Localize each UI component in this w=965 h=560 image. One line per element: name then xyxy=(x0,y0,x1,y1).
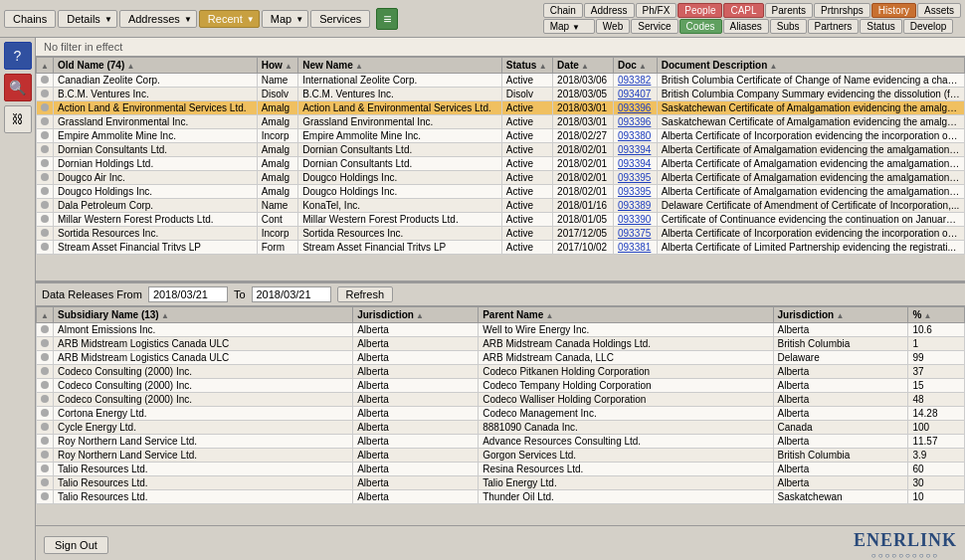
doc-cell[interactable]: 093381 xyxy=(613,241,657,255)
table-row[interactable]: Canadian Zeolite Corp. Name Internationa… xyxy=(37,74,965,88)
sign-out-button[interactable]: Sign Out xyxy=(44,536,108,554)
old-name-cell: Action Land & Environmental Services Ltd… xyxy=(54,101,258,115)
tab-assets[interactable]: Assets xyxy=(917,3,961,18)
tab-chain[interactable]: Chain xyxy=(543,3,583,18)
doc-cell[interactable]: 093407 xyxy=(613,88,657,101)
parent-cell: ARB Midstream Canada Holdings Ltd. xyxy=(479,337,773,351)
refresh-button[interactable]: Refresh xyxy=(337,286,394,302)
doc-cell[interactable]: 093380 xyxy=(613,129,657,143)
right-tab-group: Chain Address Ph/FX People CAPL Parents … xyxy=(543,3,961,34)
date-from-input[interactable] xyxy=(148,286,228,302)
tab-partners[interactable]: Partners xyxy=(808,19,860,34)
table-row[interactable]: Cycle Energy Ltd. Alberta 8881090 Canada… xyxy=(37,421,965,435)
table-row[interactable]: Roy Northern Land Service Ltd. Alberta A… xyxy=(37,435,965,449)
doc-cell[interactable]: 093396 xyxy=(613,115,657,129)
col-status[interactable]: Status xyxy=(501,58,552,74)
table-row[interactable]: Stream Asset Financial Tritvs LP Form St… xyxy=(37,241,965,255)
tab-status[interactable]: Status xyxy=(860,19,901,34)
table-row[interactable]: Dougco Air Inc. Amalg Dougco Holdings In… xyxy=(37,171,965,185)
table-row[interactable]: Dala Petroleum Corp. Name KonaTel, Inc. … xyxy=(37,199,965,213)
tab-service[interactable]: Service xyxy=(631,19,677,34)
table-row[interactable]: ARB Midstream Logistics Canada ULC Alber… xyxy=(37,351,965,365)
lower-col-dot[interactable] xyxy=(37,307,54,323)
desc-cell: Alberta Certificate of Incorporation evi… xyxy=(657,227,964,241)
col-dot[interactable] xyxy=(37,58,54,74)
tab-prtnrshps[interactable]: Prtnrshps xyxy=(814,3,870,18)
jur-parent-cell: Alberta xyxy=(773,393,908,407)
chains-button[interactable]: Chains xyxy=(4,10,56,28)
table-row[interactable]: Dornian Holdings Ltd. Amalg Dornian Cons… xyxy=(37,157,965,171)
lower-col-pct[interactable]: % xyxy=(908,307,965,323)
row-dot xyxy=(37,365,54,379)
col-date[interactable]: Date xyxy=(553,58,614,74)
tab-develop[interactable]: Develop xyxy=(903,19,954,34)
search-icon[interactable]: 🔍 xyxy=(4,74,32,101)
table-row[interactable]: Codeco Consulting (2000) Inc. Alberta Co… xyxy=(37,393,965,407)
help-icon[interactable]: ? xyxy=(4,42,32,70)
tab-subs[interactable]: Subs xyxy=(770,19,807,34)
table-row[interactable]: Action Land & Environmental Services Ltd… xyxy=(37,101,965,115)
tab-history[interactable]: History xyxy=(871,3,916,18)
upper-table-container[interactable]: Old Name (74) How New Name Status Date D… xyxy=(36,57,965,280)
jur-parent-cell: Saskatchewan xyxy=(773,490,908,504)
sidebar: ? 🔍 ⛓ xyxy=(0,38,36,560)
lower-col-jur-sub[interactable]: Jurisdiction xyxy=(353,307,479,323)
services-button[interactable]: Services xyxy=(310,10,370,28)
lower-col-parent[interactable]: Parent Name xyxy=(479,307,773,323)
lower-col-subsidiary[interactable]: Subsidiary Name (13) xyxy=(54,307,353,323)
jur-parent-cell: Alberta xyxy=(773,365,908,379)
doc-cell[interactable]: 093395 xyxy=(613,185,657,199)
tab-parents[interactable]: Parents xyxy=(765,3,813,18)
table-row[interactable]: Codeco Consulting (2000) Inc. Alberta Co… xyxy=(37,379,965,393)
tab-codes[interactable]: Codes xyxy=(679,19,722,34)
table-row[interactable]: Talio Resources Ltd. Alberta Talio Energ… xyxy=(37,476,965,490)
recent-button[interactable]: Recent xyxy=(199,10,260,28)
details-button[interactable]: Details xyxy=(58,10,117,28)
table-row[interactable]: Talio Resources Ltd. Alberta Thunder Oil… xyxy=(37,490,965,504)
new-name-cell: Empire Ammolite Mine Inc. xyxy=(298,129,502,143)
doc-cell[interactable]: 093375 xyxy=(613,227,657,241)
doc-cell[interactable]: 093396 xyxy=(613,101,657,115)
lower-table-container[interactable]: Subsidiary Name (13) Jurisdiction Parent… xyxy=(36,306,965,525)
tab-people[interactable]: People xyxy=(677,3,722,18)
link-icon[interactable]: ⛓ xyxy=(4,105,32,133)
tab-aliases[interactable]: Aliases xyxy=(723,19,769,34)
how-cell: Amalg xyxy=(257,143,297,157)
table-row[interactable]: Roy Northern Land Service Ltd. Alberta G… xyxy=(37,449,965,463)
table-row[interactable]: Almont Emissions Inc. Alberta Well to Wi… xyxy=(37,323,965,337)
table-row[interactable]: Empire Ammolite Mine Inc. Incorp Empire … xyxy=(37,129,965,143)
table-row[interactable]: ARB Midstream Logistics Canada ULC Alber… xyxy=(37,337,965,351)
col-old-name[interactable]: Old Name (74) xyxy=(54,58,258,74)
tab-phfx[interactable]: Ph/FX xyxy=(636,3,677,18)
tab-map[interactable]: Map ▼ xyxy=(543,19,595,34)
doc-cell[interactable]: 093394 xyxy=(613,143,657,157)
col-how[interactable]: How xyxy=(257,58,297,74)
col-new-name[interactable]: New Name xyxy=(298,58,502,74)
table-row[interactable]: Dornian Consultants Ltd. Amalg Dornian C… xyxy=(37,143,965,157)
table-row[interactable]: Talio Resources Ltd. Alberta Resina Reso… xyxy=(37,463,965,476)
tab-web[interactable]: Web xyxy=(596,19,630,34)
table-row[interactable]: Dougco Holdings Inc. Amalg Dougco Holdin… xyxy=(37,185,965,199)
table-row[interactable]: Cortona Energy Ltd. Alberta Codeco Manag… xyxy=(37,407,965,421)
doc-cell[interactable]: 093394 xyxy=(613,157,657,171)
table-row[interactable]: Sortida Resources Inc. Incorp Sortida Re… xyxy=(37,227,965,241)
date-to-input[interactable] xyxy=(252,286,331,302)
tab-address[interactable]: Address xyxy=(584,3,635,18)
col-doc[interactable]: Doc xyxy=(613,58,657,74)
tab-capl[interactable]: CAPL xyxy=(723,3,763,18)
map-button[interactable]: Map xyxy=(262,10,308,28)
row-dot xyxy=(37,157,54,171)
table-row[interactable]: Millar Western Forest Products Ltd. Cont… xyxy=(37,213,965,227)
doc-cell[interactable]: 093395 xyxy=(613,171,657,185)
doc-cell[interactable]: 093382 xyxy=(613,74,657,88)
table-row[interactable]: B.C.M. Ventures Inc. Disolv B.C.M. Ventu… xyxy=(37,88,965,101)
col-doc-desc[interactable]: Document Description xyxy=(657,58,964,74)
doc-cell[interactable]: 093389 xyxy=(613,199,657,213)
doc-cell[interactable]: 093390 xyxy=(613,213,657,227)
menu-icon-button[interactable]: ≡ xyxy=(376,8,398,30)
jur-parent-cell: Delaware xyxy=(773,351,908,365)
table-row[interactable]: Codeco Consulting (2000) Inc. Alberta Co… xyxy=(37,365,965,379)
addresses-button[interactable]: Addresses xyxy=(119,10,197,28)
lower-col-jur-parent[interactable]: Jurisdiction xyxy=(773,307,908,323)
table-row[interactable]: Grassland Environmental Inc. Amalg Grass… xyxy=(37,115,965,129)
